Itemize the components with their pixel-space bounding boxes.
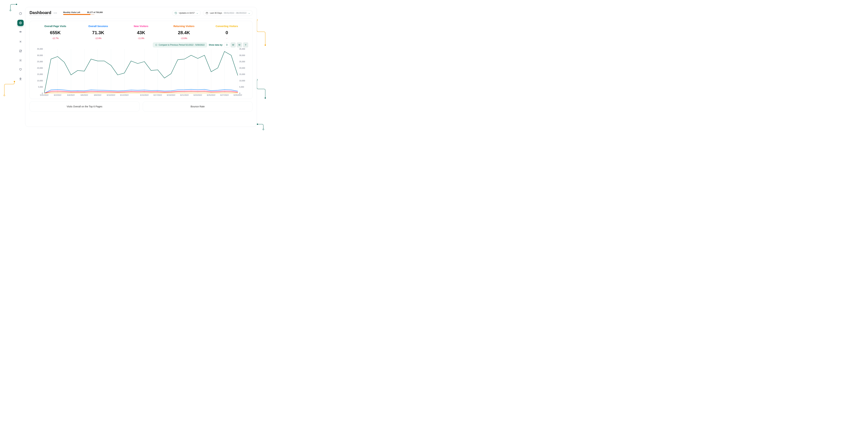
showby-label: Show data by: bbox=[209, 44, 223, 46]
kpi[interactable]: New Visitors43K-11.9% bbox=[120, 25, 162, 39]
quota-value: 95,177 of 750,000 bbox=[87, 11, 103, 13]
kpi-value: 655K bbox=[34, 30, 77, 35]
kpi-delta: -13.9% bbox=[162, 37, 205, 39]
x-tick: 6/8/2022 bbox=[94, 94, 101, 96]
y-tick: 25,000 bbox=[34, 61, 43, 63]
svg-point-7 bbox=[265, 97, 266, 99]
x-tick: 6/23/2022 bbox=[193, 94, 202, 96]
svg-point-8 bbox=[263, 129, 264, 130]
kpi-value: 28.4K bbox=[162, 30, 205, 35]
x-tick: 6/29/2022 bbox=[234, 94, 242, 96]
y-tick: 5,000 bbox=[239, 86, 248, 88]
svg-point-9 bbox=[257, 124, 258, 125]
page-title: Dashboard bbox=[30, 10, 51, 16]
subcard-bounce-rate[interactable]: Bounce Rate bbox=[143, 101, 253, 111]
main-panel: Dashboard ••• Monthly Visits Left 95,177… bbox=[25, 7, 257, 127]
y-tick: 15,000 bbox=[239, 73, 248, 75]
x-tick: 5/31/2022 bbox=[40, 94, 49, 96]
kpi-row: Overall Page Visits655K-12.7%Overall Ses… bbox=[34, 25, 248, 41]
kpi-delta: -12.7% bbox=[34, 37, 77, 39]
kpi-delta: - bbox=[205, 37, 248, 39]
subcard-title: Bounce Rate bbox=[191, 105, 205, 108]
seg-month[interactable]: M bbox=[237, 42, 242, 47]
kpi-delta: -11.9% bbox=[120, 37, 162, 39]
svg-point-17 bbox=[21, 50, 21, 51]
calendar-icon bbox=[206, 12, 208, 14]
y-axis-left: 05,00010,00015,00020,00025,00030,00035,0… bbox=[34, 49, 43, 93]
subcards-row: Visits Overall on the Top 6 Pages Bounce… bbox=[30, 101, 253, 111]
y-tick: 35,000 bbox=[34, 48, 43, 50]
compare-pill[interactable]: Compare to Previous Period 5/1/2022 - 5/… bbox=[153, 42, 207, 47]
subcard-title: Visits Overall on the Top 6 Pages bbox=[67, 105, 102, 108]
granularity-segment: D W M Y bbox=[224, 42, 248, 47]
sidebar bbox=[16, 7, 25, 127]
svg-point-24 bbox=[155, 44, 157, 46]
nav-item-5[interactable] bbox=[18, 48, 24, 54]
updates-pill[interactable]: Updates in 04:57 ⌄ bbox=[172, 10, 201, 16]
svg-rect-20 bbox=[206, 12, 208, 14]
nav-item-4[interactable] bbox=[18, 38, 24, 45]
radio-empty-icon bbox=[155, 44, 157, 46]
x-tick: 6/6/2022 bbox=[81, 94, 88, 96]
y-tick: 30,000 bbox=[34, 54, 43, 56]
y-axis-right: 05,00010,00015,00020,00025,00030,00035,0… bbox=[239, 49, 248, 93]
x-tick: 6/2/2022 bbox=[54, 94, 61, 96]
quota-bar-fill bbox=[63, 14, 90, 15]
series-overall-page-visits bbox=[44, 52, 238, 93]
chevron-down-icon: ⌄ bbox=[248, 12, 250, 14]
kpi-label: Returning Visitors bbox=[162, 25, 205, 28]
quota-block: Monthly Visits Left 95,177 of 750,000 bbox=[63, 11, 103, 15]
y-tick: 15,000 bbox=[34, 73, 43, 75]
series-returning-visitors bbox=[44, 92, 238, 93]
date-range-label: Last 30 Days bbox=[210, 12, 222, 14]
x-tick: 6/4/2022 bbox=[67, 94, 75, 96]
kpi[interactable]: Overall Page Visits655K-12.7% bbox=[34, 25, 77, 39]
y-tick: 35,000 bbox=[239, 48, 248, 50]
date-range-pill[interactable]: Last 30 Days 05/31/2022 - 06/29/2022 ⌄ bbox=[203, 10, 253, 16]
nav-dashboard[interactable] bbox=[18, 20, 24, 26]
show-data-by: Show data by: D W M Y bbox=[209, 42, 248, 47]
nav-settings[interactable] bbox=[18, 57, 24, 64]
chart: 05,00010,00015,00020,00025,00030,00035,0… bbox=[34, 49, 248, 97]
decor-right-bottom bbox=[256, 123, 265, 130]
kpi[interactable]: Overall Sessions71.3K-12.8% bbox=[77, 25, 120, 39]
more-menu[interactable]: ••• bbox=[54, 12, 57, 14]
seg-year[interactable]: Y bbox=[243, 42, 248, 47]
updates-label: Updates in 04:57 bbox=[179, 12, 195, 14]
chevron-down-icon: ⌄ bbox=[196, 12, 198, 14]
svg-point-2 bbox=[4, 95, 5, 96]
svg-point-3 bbox=[14, 81, 15, 82]
x-tick: 6/27/2022 bbox=[220, 94, 229, 96]
date-range-value: 05/31/2022 - 06/29/2022 bbox=[224, 12, 247, 14]
kpi-label: New Visitors bbox=[120, 25, 162, 28]
quota-label: Monthly Visits Left bbox=[63, 11, 80, 13]
nav-item-1[interactable] bbox=[18, 10, 24, 17]
chart-controls: Compare to Previous Period 5/1/2022 - 5/… bbox=[34, 42, 248, 47]
nav-item-3[interactable] bbox=[18, 29, 24, 35]
svg-point-18 bbox=[20, 60, 21, 61]
nav-location[interactable] bbox=[18, 76, 24, 82]
y-tick: 25,000 bbox=[239, 61, 248, 63]
svg-point-5 bbox=[265, 44, 266, 46]
x-tick: 6/10/2022 bbox=[107, 94, 115, 96]
seg-day[interactable]: D bbox=[224, 42, 229, 47]
y-tick: 20,000 bbox=[239, 67, 248, 69]
kpi-label: Overall Sessions bbox=[77, 25, 120, 28]
kpi-delta: -12.8% bbox=[77, 37, 120, 39]
kpi-label: Overall Page Visits bbox=[34, 25, 77, 28]
subcard-top-pages[interactable]: Visits Overall on the Top 6 Pages bbox=[30, 101, 140, 111]
kpi[interactable]: Returning Visitors28.4K-13.9% bbox=[162, 25, 205, 39]
chart-lines bbox=[44, 49, 238, 93]
nav-favorites[interactable] bbox=[18, 67, 24, 73]
kpi[interactable]: Converting Visitors0- bbox=[205, 25, 248, 39]
y-tick: 20,000 bbox=[34, 67, 43, 69]
x-tick: 6/21/2022 bbox=[180, 94, 189, 96]
x-tick: 6/25/2022 bbox=[207, 94, 215, 96]
seg-week[interactable]: W bbox=[230, 42, 236, 47]
plot-area bbox=[44, 49, 238, 93]
refresh-icon bbox=[175, 12, 177, 14]
quota-bar bbox=[63, 14, 94, 15]
kpi-value: 0 bbox=[205, 30, 248, 35]
decor-left bbox=[3, 81, 16, 96]
decor-right-top bbox=[256, 19, 267, 47]
